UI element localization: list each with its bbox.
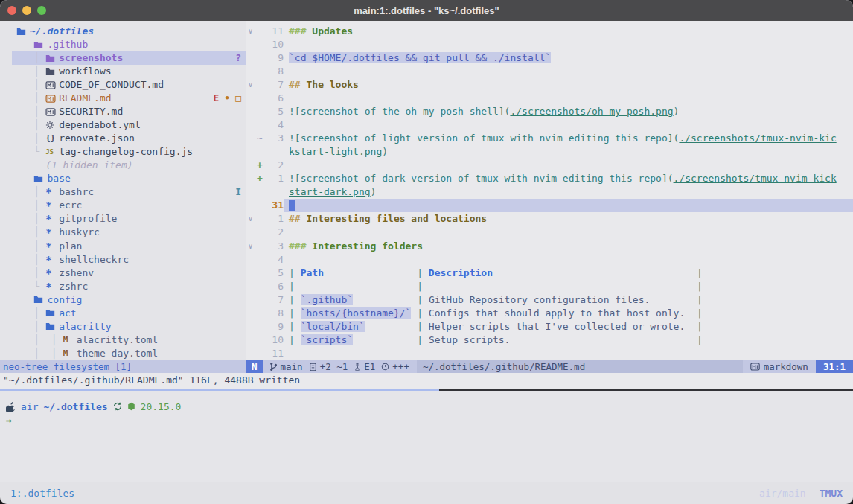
tree-item[interactable]: │ │ Mtheme-day.toml [12, 347, 246, 360]
tree-item[interactable]: │ *gitprofile [12, 212, 246, 226]
git-diff-segment: +2 ~1 [309, 361, 348, 372]
md-file-icon [45, 95, 59, 103]
git-status-badge: E [214, 92, 220, 105]
folder-icon [33, 296, 47, 304]
tree-item[interactable]: │ │ Malacritty.toml [12, 334, 246, 347]
tree-item[interactable]: ~/.dotfiles [12, 25, 246, 38]
diagnostics-segment: E1 [354, 361, 375, 372]
tree-item[interactable]: │ README.mdE•□ [12, 92, 246, 105]
tree-item-label: workflows [59, 65, 111, 78]
editor-line[interactable]: 4 [246, 253, 853, 267]
git-branch-segment: main [269, 361, 303, 372]
editor-line[interactable]: ∨11### Updates [246, 25, 853, 38]
terminal-window: main:1:.dotfiles - "ks~/.dotfiles" ~/.do… [0, 0, 853, 504]
editor-line[interactable]: ∨1## Interesting files and locations [246, 212, 853, 226]
editor-line[interactable]: 6| ------------------- | ---------------… [246, 280, 853, 293]
nodejs-icon [127, 402, 135, 411]
editor-line[interactable]: +2 [246, 159, 853, 172]
editor-line[interactable]: ∨3### Interesting folders [246, 240, 853, 253]
tree-item-label: dependabot.yml [59, 118, 141, 132]
editor-line[interactable]: 4 [246, 118, 853, 132]
git-branch-label: main [281, 361, 303, 372]
tree-item[interactable]: │ *shellcheckrc [12, 253, 246, 267]
tree-item-label: theme-day.toml [77, 347, 159, 360]
tree-item-label: ~/.dotfiles [30, 25, 94, 38]
tree-item-label: SECURITY.md [59, 105, 123, 118]
apple-icon [6, 401, 16, 412]
editor-line[interactable]: 9`cd $HOME/.dotfiles && git pull && ./in… [246, 51, 853, 65]
tree-item-label: alacritty.toml [77, 334, 159, 347]
tree-item[interactable]: │ SECURITY.md [12, 105, 246, 118]
tree-item-label: screenshots [59, 51, 123, 65]
tree-item[interactable]: │ *bashrcI [12, 185, 246, 199]
editor-line[interactable]: ~3![screenshot of light version of tmux … [246, 132, 853, 145]
editor-line[interactable]: 5| Path | Description | [246, 267, 853, 280]
buffer-icon [309, 363, 317, 371]
tree-item-label: renovate.json [59, 132, 135, 145]
extra-segment: +++ [381, 361, 409, 372]
diagnostics-label: E1 [364, 361, 375, 372]
asterisk-icon: * [45, 280, 59, 293]
tree-item[interactable]: │ *zshenv [12, 267, 246, 280]
asterisk-icon: * [45, 240, 59, 253]
tree-item-label: CODE_OF_CONDUCT.md [59, 78, 164, 92]
asterisk-icon: * [45, 199, 59, 212]
editor-line[interactable]: 31 [246, 199, 853, 212]
editor-line[interactable]: 7| `.github` | GitHub Repository configu… [246, 293, 853, 307]
tree-item[interactable]: │ workflows [12, 65, 246, 78]
tree-item[interactable]: │ {}renovate.json [12, 132, 246, 145]
editor-line[interactable]: 10| `scripts` | Setup scripts. | [246, 334, 853, 347]
git-status-badge: □ [235, 92, 241, 105]
editor-line[interactable]: 10 [246, 38, 853, 51]
editor-line[interactable]: 9| `local/bin` | Helper scripts that I'v… [246, 320, 853, 334]
tmux-session-label: air/main [759, 488, 806, 499]
tree-item[interactable]: └ *zshrc [12, 280, 246, 293]
tree-item[interactable]: │ alacritty [12, 320, 246, 334]
tree-item[interactable]: │ *ecrc [12, 199, 246, 212]
md-file-icon [45, 81, 59, 89]
tree-item-label: shellcheckrc [59, 253, 129, 267]
file-path-chip: ~/.dotfiles/.github/README.md [417, 360, 743, 373]
tree-item[interactable]: (1 hidden item) [12, 159, 246, 172]
editor-line[interactable]: +1![screenshot of dark version of tmux w… [246, 172, 853, 185]
tree-item[interactable]: └ JStag-changelog-config.js [12, 145, 246, 159]
tree-item[interactable]: │ dependabot.yml [12, 118, 246, 132]
tree-item[interactable]: config [12, 293, 246, 307]
editor-line[interactable]: 11 [246, 347, 853, 360]
node-version: 20.15.0 [141, 401, 182, 412]
asterisk-icon: * [45, 226, 59, 239]
tree-item-label: zshrc [59, 280, 88, 293]
editor-line[interactable]: 2 [246, 226, 853, 239]
editor-line[interactable]: 8 [246, 65, 853, 78]
editor-line[interactable]: 6 [246, 92, 853, 105]
tmux-window-label[interactable]: 1:.dotfiles [10, 488, 74, 499]
command-line: "~/.dotfiles/.github/README.md" 116L, 44… [0, 373, 853, 389]
tree-item[interactable]: │ *plan [12, 240, 246, 253]
toml-icon: M [63, 334, 77, 347]
tree-item-label: bashrc [59, 185, 94, 199]
tree-item[interactable]: .github [12, 38, 246, 51]
tree-item-label: gitprofile [59, 212, 117, 226]
title-bar: main:1:.dotfiles - "ks~/.dotfiles" [0, 0, 853, 21]
editor-line[interactable]: ∨7## The looks [246, 78, 853, 92]
tree-item[interactable]: │ screenshots? [12, 51, 246, 65]
tmux-status-bar: 1:.dotfiles air/main TMUX [0, 482, 853, 504]
editor-line[interactable]: 5![screenshot of the oh-my-posh shell](.… [246, 105, 853, 118]
tree-item-label: config [47, 293, 82, 307]
tree-item-label: huskyrc [59, 226, 100, 239]
statusline: N main +2 ~1 E1 +++ ~/.dotfiles/.github/… [246, 360, 853, 373]
tree-item-label: zshenv [59, 267, 94, 280]
markdown-icon [750, 363, 760, 371]
tmux-flag: TMUX [820, 488, 843, 499]
editor-line[interactable]: start-dark.png) [246, 185, 853, 199]
tree-item[interactable]: │ *huskyrc [12, 226, 246, 239]
editor-line[interactable]: 8| `hosts/{hostname}/` | Configs that sh… [246, 307, 853, 320]
shell-pane[interactable]: air ~/.dotfiles 20.15.0 → [0, 391, 853, 482]
tree-item-label: alacritty [59, 320, 111, 334]
prompt-char[interactable]: → [6, 415, 853, 431]
editor-line[interactable]: kstart-light.png) [246, 145, 853, 159]
tree-item[interactable]: │ act [12, 307, 246, 320]
tree-item[interactable]: │ CODE_OF_CONDUCT.md [12, 78, 246, 92]
tree-item[interactable]: base [12, 172, 246, 185]
asterisk-icon: * [45, 185, 59, 199]
